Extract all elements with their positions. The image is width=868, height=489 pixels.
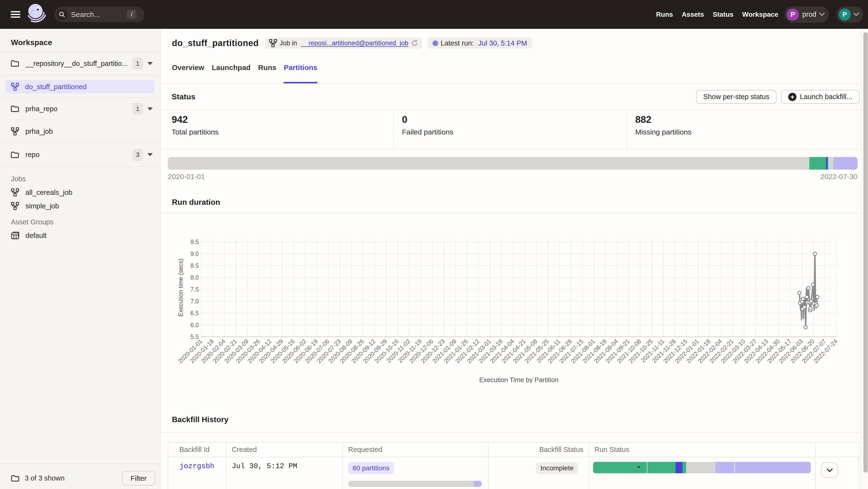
svg-text:6.0: 6.0 — [190, 322, 199, 328]
svg-text:Execution Time by Partition: Execution Time by Partition — [479, 376, 558, 383]
svg-text:6.5: 6.5 — [190, 310, 199, 317]
svg-text:7.0: 7.0 — [190, 298, 199, 304]
svg-text:7.5: 7.5 — [190, 286, 199, 293]
svg-text:Execution time (secs): Execution time (secs) — [177, 259, 184, 317]
svg-text:9.0: 9.0 — [190, 250, 199, 257]
svg-text:8.0: 8.0 — [190, 274, 199, 281]
svg-text:8.5: 8.5 — [190, 262, 199, 269]
svg-text:9.5: 9.5 — [190, 238, 199, 245]
